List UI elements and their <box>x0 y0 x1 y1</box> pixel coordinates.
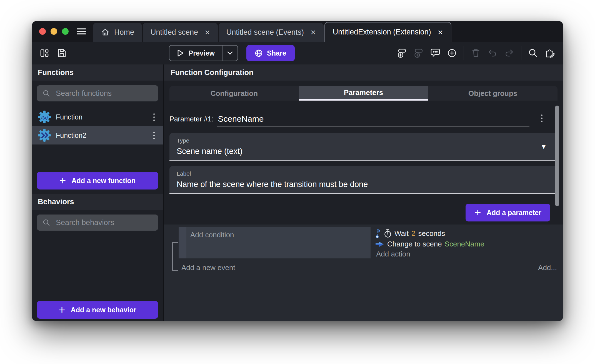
type-value: Scene name (text) <box>177 147 550 156</box>
preview-options-button[interactable] <box>222 46 238 61</box>
label-label: Label <box>177 170 550 177</box>
undo-icon[interactable] <box>488 48 498 58</box>
search-icon <box>42 219 50 226</box>
action-verb: Wait <box>394 229 409 238</box>
functions-title: Functions <box>38 68 74 77</box>
add-more-link[interactable]: Add... <box>538 263 557 272</box>
add-new-function-button[interactable]: + Add a new function <box>37 172 158 190</box>
preview-label: Preview <box>189 49 215 57</box>
event-drag-handle[interactable] <box>179 227 186 258</box>
close-tab-icon[interactable]: × <box>311 28 316 37</box>
delete-icon[interactable] <box>471 48 481 58</box>
behaviors-title: Behaviors <box>38 198 74 206</box>
close-window-button[interactable] <box>39 28 46 35</box>
tab-configuration[interactable]: Configuration <box>169 86 299 101</box>
behaviors-header: Behaviors <box>32 194 163 210</box>
add-new-event-link[interactable]: Add a new event <box>181 263 235 272</box>
tab-untitled-scene[interactable]: Untitled scene × <box>143 23 218 42</box>
add-function-label: Add a new function <box>71 177 136 185</box>
add-event-icon[interactable] <box>447 48 457 58</box>
function-options-icon[interactable] <box>152 130 156 141</box>
tab-label: Untitled scene <box>151 28 198 37</box>
parameter-options-icon[interactable] <box>539 113 544 124</box>
wait-action-row[interactable]: Wait 2 seconds <box>375 228 563 238</box>
parameters-panel: Configuration Parameters Object groups P… <box>164 81 563 225</box>
search-behaviors-box <box>37 215 158 231</box>
action-verb: Change to scene <box>387 240 442 248</box>
preview-button-group: Preview <box>169 45 238 61</box>
functions-header: Functions <box>32 64 163 81</box>
tab-home[interactable]: Home <box>93 23 142 42</box>
actions-column: Wait 2 seconds Change to scene SceneName… <box>371 227 563 258</box>
close-tab-icon[interactable]: × <box>205 28 210 37</box>
search-icon <box>42 89 50 97</box>
main-menu-icon[interactable] <box>76 28 86 35</box>
tab-bar: Home Untitled scene × Untitled scene (Ev… <box>93 21 451 42</box>
function-options-icon[interactable] <box>152 112 156 123</box>
function-item-label: Function2 <box>56 131 86 139</box>
dropdown-caret-icon: ▼ <box>540 143 547 151</box>
main-area: Function Configuration Configuration Par… <box>164 64 563 321</box>
toolbar-divider <box>521 46 521 60</box>
event-bracket <box>172 242 178 271</box>
maximize-window-button[interactable] <box>62 28 69 35</box>
search-functions-input[interactable] <box>56 89 152 98</box>
comment-icon[interactable] <box>430 48 440 58</box>
parameter-name-field <box>217 114 529 126</box>
toolbar-divider <box>464 46 464 60</box>
close-tab-icon[interactable]: × <box>438 28 443 37</box>
add-function-icon[interactable] <box>397 48 407 58</box>
add-behavior-icon[interactable] <box>414 48 424 58</box>
parameter-type-select[interactable]: Type Scene name (text) ▼ <box>169 133 558 161</box>
tab-untitled-extension[interactable]: UntitledExtension (Extension) × <box>324 22 451 42</box>
content: Functions f(x) Function <box>32 64 563 321</box>
change-scene-action-row[interactable]: Change to scene SceneName <box>375 240 563 248</box>
tab-object-groups[interactable]: Object groups <box>428 86 558 101</box>
function2-item[interactable]: Function2 <box>32 126 163 144</box>
function-item[interactable]: f(x) Function <box>32 108 163 126</box>
edit-extension-icon[interactable] <box>545 48 555 58</box>
save-icon[interactable] <box>57 48 66 58</box>
function-item-label: Function <box>56 113 82 121</box>
action-scene-param: SceneName <box>445 240 484 248</box>
add-parameter-row: + Add a parameter <box>169 204 558 221</box>
label-value: Name of the scene where the transition m… <box>177 180 550 189</box>
parameter-number-label: Parameter #1: <box>169 115 213 126</box>
tab-untitled-scene-events[interactable]: Untitled scene (Events) × <box>219 23 324 42</box>
search-icon[interactable] <box>528 48 538 58</box>
function-configuration-header: Function Configuration <box>164 64 563 81</box>
app-window: Home Untitled scene × Untitled scene (Ev… <box>32 21 563 321</box>
action-suffix: seconds <box>418 229 445 238</box>
function-gear-icon: f(x) <box>38 111 51 123</box>
add-condition-area[interactable]: Add condition <box>186 227 371 258</box>
tab-parameters[interactable]: Parameters <box>299 86 428 101</box>
search-behaviors-input[interactable] <box>56 218 152 227</box>
add-action-link[interactable]: Add action <box>375 250 563 258</box>
parameter-name-input[interactable] <box>217 114 529 126</box>
chevron-down-icon <box>227 51 233 55</box>
event-block: Add condition Wait 2 seconds Change to <box>179 227 563 258</box>
sidebar: Functions f(x) Function <box>32 64 164 321</box>
svg-text:f(x): f(x) <box>41 115 48 120</box>
share-button[interactable]: Share <box>246 45 294 61</box>
add-event-row: Add a new event Add... <box>181 263 557 272</box>
preview-button[interactable]: Preview <box>169 46 222 61</box>
search-functions-box <box>37 85 158 101</box>
parameter-name-row: Parameter #1: <box>169 113 558 126</box>
panels-layout-icon[interactable] <box>40 48 49 58</box>
window-controls <box>32 21 76 42</box>
redo-icon[interactable] <box>504 48 514 58</box>
tab-label: Untitled scene (Events) <box>226 28 304 37</box>
toolbar: Preview Share <box>32 42 563 64</box>
parameter-label-field[interactable]: Label Name of the scene where the transi… <box>169 166 558 194</box>
vertical-scrollbar[interactable] <box>555 106 559 206</box>
configuration-tabs: Configuration Parameters Object groups <box>169 86 558 101</box>
events-sheet: Add condition Wait 2 seconds Change to <box>164 225 563 321</box>
add-behavior-label: Add a new behavior <box>71 306 136 314</box>
add-parameter-label: Add a parameter <box>487 209 541 217</box>
toolbar-left <box>40 48 66 58</box>
share-label: Share <box>267 49 286 57</box>
add-new-behavior-button[interactable]: + Add a new behavior <box>37 301 158 319</box>
add-parameter-button[interactable]: + Add a parameter <box>466 204 550 221</box>
minimize-window-button[interactable] <box>51 28 57 35</box>
